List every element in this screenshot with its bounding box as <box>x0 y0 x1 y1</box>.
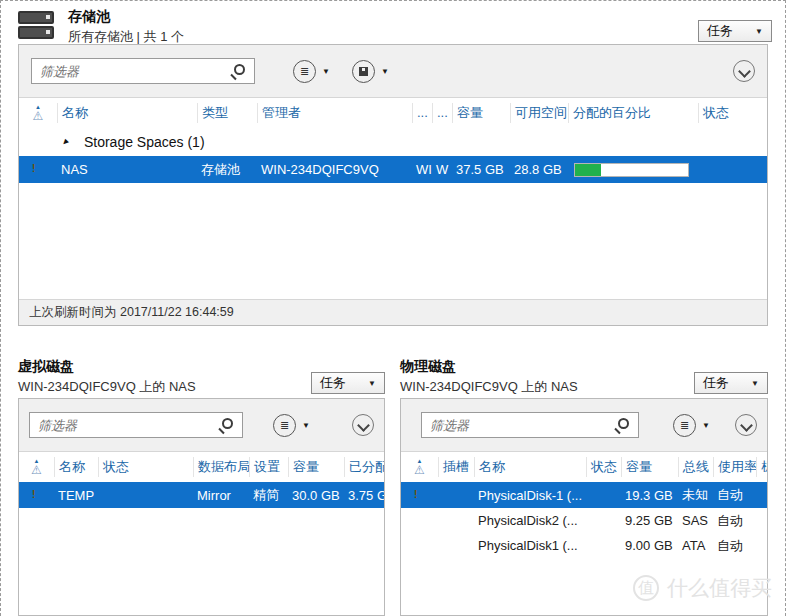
vd-layout-cell: Mirror <box>193 488 249 503</box>
column-header-type[interactable]: 类型 <box>197 103 257 123</box>
column-header-name[interactable]: 名称 <box>474 457 586 477</box>
pools-filter-box <box>31 58 255 84</box>
column-header-name[interactable]: 名称 <box>57 103 197 123</box>
column-header-capacity[interactable]: 容量 <box>288 457 344 477</box>
search-icon[interactable] <box>222 418 233 429</box>
chevron-down-icon[interactable]: ▼ <box>322 67 330 76</box>
pd-bus-cell: 未知 <box>678 486 713 504</box>
pd-capacity-cell: 9.00 GB <box>621 538 678 553</box>
column-header-free-space[interactable]: 可用空间 <box>510 103 568 123</box>
column-header-capacity[interactable]: 容量 <box>621 457 678 477</box>
column-header-status[interactable]: 状态 <box>98 457 193 477</box>
column-header-truncated[interactable]: ... <box>432 103 452 123</box>
collapse-panel-button[interactable] <box>352 414 374 436</box>
pd-capacity-cell: 9.25 GB <box>621 513 678 528</box>
column-header-warning-sort[interactable]: ▲ ⚠ <box>401 452 438 482</box>
allocation-progress-fill <box>575 164 601 176</box>
warning-column-icon: ⚠ <box>31 464 42 476</box>
view-options-button[interactable]: ≣ <box>673 414 696 437</box>
pd-bus-cell: SAS <box>678 513 713 528</box>
column-header-status[interactable]: 状态 <box>698 103 767 123</box>
empty-list-area <box>19 183 767 299</box>
search-icon[interactable] <box>234 64 245 75</box>
smzdm-watermark: 值 什么值得买 <box>633 574 772 602</box>
physical-disks-filter-input[interactable] <box>422 413 638 437</box>
column-header-allocated[interactable]: 已分配 <box>344 457 384 477</box>
collapse-panel-button[interactable] <box>733 60 755 82</box>
virtual-disk-row-temp[interactable]: TEMP Mirror 精简 30.0 GB 3.75 G <box>19 482 384 508</box>
physical-disks-toolbar: ≣ ▼ <box>401 399 767 451</box>
chevron-down-icon[interactable]: ▼ <box>302 421 310 430</box>
pools-toolbar: ≣ ▼ ▼ <box>19 45 767 97</box>
pd-name-cell: PhysicalDisk2 (... <box>474 513 586 528</box>
physical-disks-filter-box <box>421 412 639 438</box>
vd-name-cell: TEMP <box>54 488 98 503</box>
physical-disk-row[interactable]: PhysicalDisk1 (... 9.00 GB ATA 自动 <box>401 533 767 558</box>
list-icon: ≣ <box>280 420 289 431</box>
row-warning-cell <box>19 488 54 503</box>
column-header-layout[interactable]: 数据布局 <box>193 457 249 477</box>
pool-free-space-cell: 28.8 GB <box>510 162 568 177</box>
tasks-button-label: 任务 <box>320 374 346 392</box>
pool-capacity-cell: 37.5 GB <box>452 162 510 177</box>
tasks-button-label: 任务 <box>707 22 733 40</box>
search-icon[interactable] <box>618 418 629 429</box>
warning-column-icon: ⚠ <box>33 110 44 122</box>
physical-disks-subtitle: WIN-234DQIFC9VQ 上的 NAS <box>400 378 578 396</box>
physical-disk-row[interactable]: PhysicalDisk-1 (... 19.3 GB 未知 自动 <box>401 482 767 508</box>
column-header-manager[interactable]: 管理者 <box>257 103 412 123</box>
server-unit-icon <box>18 11 54 24</box>
group-row-storage-spaces[interactable]: ▼ Storage Spaces (1) <box>19 128 767 156</box>
chevron-down-icon[interactable]: ▼ <box>381 67 389 76</box>
pd-name-cell: PhysicalDisk1 (... <box>474 538 586 553</box>
pools-filter-input[interactable] <box>32 59 254 83</box>
pool-row-nas[interactable]: NAS 存储池 WIN-234DQIFC9VQ WI W 37.5 GB 28.… <box>19 156 767 183</box>
column-header-provisioning[interactable]: 设置 <box>249 457 288 477</box>
expanded-triangle-icon: ▼ <box>59 135 72 148</box>
column-header-warning-sort[interactable]: ▲ ⚠ <box>19 452 54 482</box>
column-header-warning-sort[interactable]: ▲ ⚠ <box>19 98 57 128</box>
column-header-status[interactable]: 状态 <box>586 457 621 477</box>
pool-name-cell: NAS <box>57 162 197 177</box>
column-header-name[interactable]: 名称 <box>54 457 98 477</box>
column-header-truncated[interactable]: ... <box>412 103 432 123</box>
group-label: Storage Spaces (1) <box>84 134 205 150</box>
physical-disk-row[interactable]: PhysicalDisk2 (... 9.25 GB SAS 自动 <box>401 508 767 533</box>
server-unit-icon <box>18 26 54 39</box>
tasks-button-label: 任务 <box>703 374 729 392</box>
physical-disks-tasks-button[interactable]: 任务 ▼ <box>694 372 768 394</box>
virtual-disks-filter-input[interactable] <box>30 413 242 437</box>
row-warning-cell <box>401 488 438 503</box>
pd-usage-cell: 自动 <box>713 486 756 504</box>
virtual-disks-filter-box <box>29 412 243 438</box>
view-options-button[interactable]: ≣ <box>293 60 316 83</box>
chevron-down-icon[interactable]: ▼ <box>702 421 710 430</box>
pd-usage-cell: 自动 <box>713 537 756 555</box>
collapse-panel-button[interactable] <box>735 414 757 436</box>
column-header-capacity[interactable]: 容量 <box>452 103 510 123</box>
pools-column-headers: ▲ ⚠ 名称 类型 管理者 ... ... 容量 可用空间 分配的百分比 状态 <box>19 98 767 128</box>
pool-percent-allocated-cell <box>568 163 698 177</box>
column-header-slot[interactable]: 插槽 <box>438 457 474 477</box>
physical-disks-column-headers: ▲ ⚠ 插槽 名称 状态 容量 总线 使用率 机 <box>401 452 767 482</box>
save-query-button[interactable] <box>352 60 375 83</box>
vd-allocated-cell: 3.75 G <box>344 488 384 503</box>
pool-manager-cell: WIN-234DQIFC9VQ <box>257 162 412 177</box>
column-header-percent-allocated[interactable]: 分配的百分比 <box>568 103 698 123</box>
virtual-disks-title: 虚拟磁盘 <box>18 358 196 376</box>
last-refresh-text: 上次刷新时间为 2017/11/22 16:44:59 <box>29 304 234 321</box>
column-header-usage[interactable]: 使用率 <box>713 457 756 477</box>
column-header-chassis-truncated[interactable]: 机 <box>756 457 767 477</box>
vd-provisioning-cell: 精简 <box>249 486 288 504</box>
list-icon: ≣ <box>680 420 689 431</box>
chevron-down-icon: ▼ <box>755 27 763 36</box>
pools-tasks-button[interactable]: 任务 ▼ <box>698 20 772 42</box>
allocation-progress-bar <box>574 163 689 177</box>
virtual-disks-tasks-button[interactable]: 任务 ▼ <box>311 372 385 394</box>
view-options-button[interactable]: ≣ <box>273 414 296 437</box>
physical-disks-title: 物理磁盘 <box>400 358 578 376</box>
warning-column-icon: ⚠ <box>414 464 425 476</box>
column-header-bus[interactable]: 总线 <box>678 457 713 477</box>
physical-disks-header: 物理磁盘 WIN-234DQIFC9VQ 上的 NAS 任务 ▼ <box>400 358 768 396</box>
virtual-disks-panel: ≣ ▼ ▲ ⚠ 名称 状态 数据布局 设置 容量 已分配 TEMP Mirror… <box>18 398 385 616</box>
